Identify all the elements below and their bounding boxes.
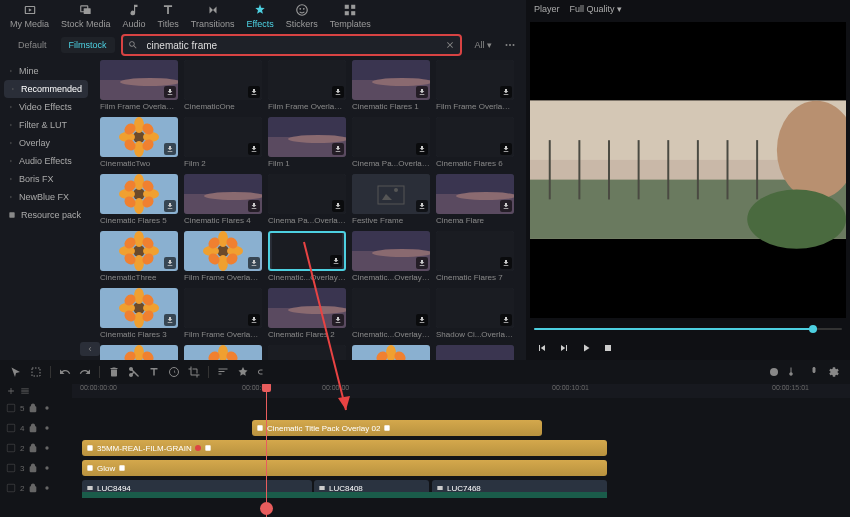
toolbar-effects[interactable]: Effects xyxy=(246,3,273,29)
mixer-icon[interactable] xyxy=(788,366,800,378)
cut-icon[interactable] xyxy=(128,366,140,378)
download-icon[interactable] xyxy=(500,257,512,269)
timeline-ruler[interactable]: 00:00:00:0000:00:0000:00:0000:00:10:0100… xyxy=(72,384,850,398)
download-icon[interactable] xyxy=(500,200,512,212)
text-tool-icon[interactable] xyxy=(148,366,160,378)
redo-icon[interactable] xyxy=(79,366,91,378)
download-icon[interactable] xyxy=(500,314,512,326)
effect-cell[interactable]: Film 2 xyxy=(184,117,262,168)
effect-cell[interactable]: Cinematic Flares 3 xyxy=(100,288,178,339)
track-row[interactable]: Cinematic Title Pack Overlay 02 xyxy=(72,418,850,438)
sidebar-item[interactable]: Recommended xyxy=(4,80,88,98)
track-row[interactable]: 35MM-REAL-FILM-GRAIN xyxy=(72,438,850,458)
download-icon[interactable] xyxy=(416,86,428,98)
effect-cell[interactable]: Cinematic...Overlay 03 xyxy=(352,231,430,282)
effect-cell[interactable]: Cinematic Flares 7 xyxy=(436,231,514,282)
sidebar-item[interactable]: Filter & LUT xyxy=(0,116,92,134)
sidebar-item[interactable]: Mine xyxy=(0,62,92,80)
sidebar-item[interactable]: Boris FX xyxy=(0,170,92,188)
effect-cell[interactable]: Cinematic Flares 4 xyxy=(184,174,262,225)
download-icon[interactable] xyxy=(248,86,260,98)
effect-cell[interactable]: Festive Frame xyxy=(352,174,430,225)
filter-dropdown[interactable]: All ▾ xyxy=(468,37,498,53)
pointer-tool-icon[interactable] xyxy=(10,366,22,378)
toolbar-stock[interactable]: Stock Media xyxy=(61,3,111,29)
effect-cell[interactable]: Cinema Pa...Overlay 02 xyxy=(352,117,430,168)
effect-cell[interactable]: Film Frame Overlay 12 xyxy=(436,60,514,111)
clear-search-icon[interactable] xyxy=(445,40,455,50)
download-icon[interactable] xyxy=(164,86,176,98)
effect-cell[interactable]: Shadow Ci...Overlay 02 xyxy=(436,345,514,360)
effect-cell[interactable]: Cinematic Flares 6 xyxy=(436,117,514,168)
download-icon[interactable] xyxy=(248,143,260,155)
download-icon[interactable] xyxy=(164,200,176,212)
adjust-icon[interactable] xyxy=(217,366,229,378)
track-header[interactable]: 2 xyxy=(0,478,72,498)
download-icon[interactable] xyxy=(416,143,428,155)
effect-cell[interactable]: Cinematic Flares 5 xyxy=(100,174,178,225)
source-tab-default[interactable]: Default xyxy=(10,37,55,53)
sidebar-item[interactable]: Resource pack xyxy=(0,206,92,224)
playback-progress[interactable] xyxy=(534,328,842,330)
search-input[interactable] xyxy=(121,34,463,56)
progress-handle[interactable] xyxy=(809,325,817,333)
prev-frame-icon[interactable] xyxy=(536,342,548,354)
download-icon[interactable] xyxy=(332,314,344,326)
toolbar-titles[interactable]: Titles xyxy=(158,3,179,29)
add-track-icon[interactable] xyxy=(6,386,16,396)
effect-cell[interactable]: Cinematic Flares 1 xyxy=(352,60,430,111)
download-icon[interactable] xyxy=(248,200,260,212)
track-header[interactable]: 4 xyxy=(0,418,72,438)
mic-icon[interactable] xyxy=(808,366,820,378)
track-header[interactable]: 3 xyxy=(0,458,72,478)
toolbar-audio[interactable]: Audio xyxy=(123,3,146,29)
track-menu-icon[interactable] xyxy=(20,386,30,396)
effect-cell[interactable]: Film Frame Overlay 08 xyxy=(268,60,346,111)
download-icon[interactable] xyxy=(332,200,344,212)
undo-icon[interactable] xyxy=(59,366,71,378)
download-icon[interactable] xyxy=(416,314,428,326)
download-icon[interactable] xyxy=(416,200,428,212)
effect-cell[interactable]: Neon Frame xyxy=(100,345,178,360)
effect-cell[interactable]: CinematicThree xyxy=(100,231,178,282)
download-icon[interactable] xyxy=(500,143,512,155)
video-preview[interactable] xyxy=(530,22,846,318)
download-icon[interactable] xyxy=(248,257,260,269)
record-icon[interactable] xyxy=(768,366,780,378)
play-icon[interactable] xyxy=(580,342,592,354)
effect-cell[interactable]: Film Frame Overlay 13 xyxy=(184,231,262,282)
download-icon[interactable] xyxy=(248,314,260,326)
toolbar-media[interactable]: My Media xyxy=(10,3,49,29)
download-icon[interactable] xyxy=(164,314,176,326)
next-frame-icon[interactable] xyxy=(558,342,570,354)
download-icon[interactable] xyxy=(500,86,512,98)
quality-dropdown[interactable]: Full Quality ▾ xyxy=(570,4,623,14)
toolbar-templates[interactable]: Templates xyxy=(330,3,371,29)
marker-icon[interactable] xyxy=(237,366,249,378)
effect-cell[interactable]: Cinema Flare xyxy=(436,174,514,225)
clip[interactable]: Cinematic Title Pack Overlay 02 xyxy=(252,420,542,436)
sidebar-item[interactable]: NewBlue FX xyxy=(0,188,92,206)
track-header[interactable]: 5 xyxy=(0,398,72,418)
source-tab-filmstock[interactable]: Filmstock xyxy=(61,37,115,53)
effect-cell[interactable]: CinematicTwo xyxy=(100,117,178,168)
download-icon[interactable] xyxy=(332,143,344,155)
download-icon[interactable] xyxy=(164,257,176,269)
clip[interactable]: 35MM-REAL-FILM-GRAIN xyxy=(82,440,607,456)
collapse-sidebar-button[interactable] xyxy=(80,342,100,356)
effect-cell[interactable]: Cinematic...Overlay 01 xyxy=(268,345,346,360)
effect-cell[interactable]: Cinema Pa...Overlay 03 xyxy=(268,174,346,225)
sidebar-item[interactable]: Video Effects xyxy=(0,98,92,116)
download-icon[interactable] xyxy=(164,143,176,155)
effect-cell[interactable]: Cinematic Flares 2 xyxy=(268,288,346,339)
sidebar-item[interactable]: Overlay xyxy=(0,134,92,152)
sidebar-item[interactable]: Audio Effects xyxy=(0,152,92,170)
effect-cell[interactable]: Film Frame Overlay 10 xyxy=(100,60,178,111)
playhead[interactable] xyxy=(266,384,267,517)
track-row[interactable] xyxy=(72,398,850,418)
download-icon[interactable] xyxy=(330,255,342,267)
track-header[interactable]: 2 xyxy=(0,438,72,458)
speed-icon[interactable] xyxy=(168,366,180,378)
stop-icon[interactable] xyxy=(602,342,614,354)
effect-cell[interactable]: CinematicOne xyxy=(184,60,262,111)
